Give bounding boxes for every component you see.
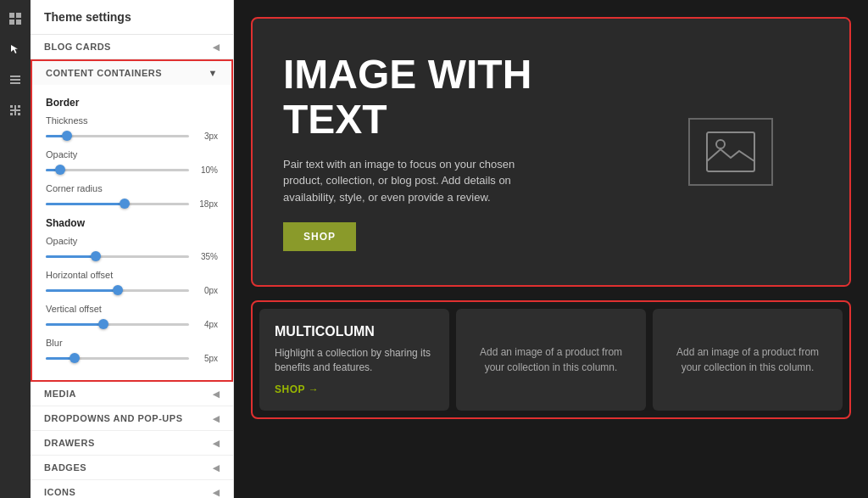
multicolumn-image-card-1: Add an image of a product from your coll… bbox=[456, 309, 646, 411]
thickness-slider[interactable] bbox=[46, 129, 189, 143]
svg-rect-5 bbox=[10, 79, 20, 81]
blur-value: 5px bbox=[194, 354, 218, 363]
svg-point-14 bbox=[716, 140, 725, 148]
dropdowns-label: DROPDOWNS AND POP-UPS bbox=[44, 413, 183, 423]
horizontal-offset-value: 0px bbox=[194, 286, 218, 295]
content-containers-header[interactable]: CONTENT CONTAINERS ▼ bbox=[32, 61, 231, 85]
shop-button[interactable]: SHOP bbox=[283, 222, 356, 251]
thickness-row: Thickness 3px bbox=[46, 115, 218, 143]
card-text-section: IMAGE WITH TEXT Pair text with an image … bbox=[253, 19, 612, 285]
shadow-opacity-row: Opacity 35% bbox=[46, 236, 218, 263]
drawers-chevron: ◀ bbox=[213, 439, 220, 448]
shadow-opacity-slider[interactable] bbox=[46, 249, 189, 263]
shadow-opacity-label: Opacity bbox=[46, 236, 218, 246]
svg-rect-9 bbox=[10, 105, 13, 108]
thickness-label: Thickness bbox=[46, 115, 218, 126]
grid-icon[interactable] bbox=[3, 7, 27, 31]
vertical-offset-label: Vertical offset bbox=[46, 304, 218, 314]
blog-cards-section[interactable]: BLOG CARDS ◀ bbox=[31, 35, 233, 59]
multicolumn-shop-link[interactable]: SHOP → bbox=[275, 383, 434, 395]
vertical-offset-value: 4px bbox=[194, 320, 218, 329]
svg-rect-0 bbox=[9, 13, 14, 18]
icons-section[interactable]: ICONS ◀ bbox=[31, 480, 233, 498]
horizontal-offset-label: Horizontal offset bbox=[46, 270, 218, 280]
icons-chevron: ◀ bbox=[213, 488, 220, 497]
opacity-slider[interactable] bbox=[46, 163, 189, 176]
sidebar-header: Theme settings bbox=[31, 0, 233, 35]
drawers-section[interactable]: DRAWERS ◀ bbox=[31, 431, 233, 456]
image-card-2-text: Add an image of a product from your coll… bbox=[668, 344, 827, 375]
dropdowns-chevron: ◀ bbox=[213, 414, 220, 423]
svg-rect-3 bbox=[16, 20, 21, 25]
content-containers-section: CONTENT CONTAINERS ▼ Border Thickness 3p… bbox=[31, 59, 233, 382]
blur-label: Blur bbox=[46, 338, 218, 348]
media-label: MEDIA bbox=[44, 389, 76, 399]
image-placeholder bbox=[688, 118, 773, 186]
badges-label: BADGES bbox=[44, 462, 86, 473]
badges-section[interactable]: BADGES ◀ bbox=[31, 456, 233, 480]
opacity-value: 10% bbox=[194, 165, 218, 175]
svg-rect-1 bbox=[16, 13, 21, 18]
blur-slider[interactable] bbox=[46, 351, 189, 365]
icons-label: ICONS bbox=[44, 487, 75, 497]
svg-rect-10 bbox=[18, 105, 20, 108]
card-description: Pair text with an image to focus on your… bbox=[283, 156, 520, 206]
image-card-1-text: Add an image of a product from your coll… bbox=[471, 344, 631, 375]
media-chevron: ◀ bbox=[213, 389, 220, 399]
horizontal-offset-row: Horizontal offset 0px bbox=[46, 270, 218, 297]
content-containers-body: Border Thickness 3px Opacity bbox=[32, 85, 231, 380]
media-section[interactable]: MEDIA ◀ bbox=[31, 382, 233, 406]
vertical-offset-slider[interactable] bbox=[46, 317, 189, 331]
svg-rect-8 bbox=[10, 109, 20, 111]
svg-rect-6 bbox=[10, 82, 20, 84]
content-containers-chevron: ▼ bbox=[209, 68, 218, 78]
multicolumn-title: MULTICOLUMN bbox=[275, 324, 434, 339]
svg-rect-4 bbox=[10, 76, 20, 77]
corner-radius-row: Corner radius 18px bbox=[46, 183, 218, 210]
corner-radius-value: 18px bbox=[194, 199, 218, 209]
svg-rect-12 bbox=[18, 113, 20, 115]
image-with-text-card: IMAGE WITH TEXT Pair text with an image … bbox=[251, 17, 851, 287]
horizontal-offset-slider[interactable] bbox=[46, 283, 189, 297]
card-image-section bbox=[612, 19, 849, 285]
blog-cards-label: BLOG CARDS bbox=[44, 42, 111, 52]
svg-rect-2 bbox=[9, 20, 14, 25]
multicolumn-section: MULTICOLUMN Highlight a collection by sh… bbox=[251, 300, 851, 419]
dropdowns-section[interactable]: DROPDOWNS AND POP-UPS ◀ bbox=[31, 406, 233, 431]
vertical-offset-row: Vertical offset 4px bbox=[46, 304, 218, 331]
opacity-label: Opacity bbox=[46, 149, 218, 159]
layers-icon[interactable] bbox=[3, 68, 27, 92]
badges-chevron: ◀ bbox=[213, 463, 220, 473]
svg-rect-13 bbox=[707, 132, 754, 171]
thickness-value: 3px bbox=[194, 131, 218, 141]
drawers-label: DRAWERS bbox=[44, 438, 95, 448]
settings-sidebar: Theme settings BLOG CARDS ◀ CONTENT CONT… bbox=[31, 0, 234, 498]
cursor-icon[interactable] bbox=[3, 37, 27, 61]
corner-radius-slider[interactable] bbox=[46, 197, 189, 210]
blur-row: Blur 5px bbox=[46, 338, 218, 365]
corner-radius-label: Corner radius bbox=[46, 183, 218, 193]
border-section-title: Border bbox=[46, 97, 218, 109]
multicolumn-desc: Highlight a collection by sharing its be… bbox=[275, 346, 434, 375]
svg-rect-11 bbox=[10, 113, 13, 115]
icon-strip bbox=[0, 0, 31, 498]
opacity-row: Opacity 10% bbox=[46, 149, 218, 176]
card-big-title: IMAGE WITH TEXT bbox=[283, 53, 581, 143]
content-containers-label: CONTENT CONTAINERS bbox=[46, 68, 162, 78]
main-preview: IMAGE WITH TEXT Pair text with an image … bbox=[234, 0, 868, 498]
add-icon[interactable] bbox=[3, 98, 27, 122]
multicolumn-image-card-2: Add an image of a product from your coll… bbox=[653, 309, 843, 411]
shadow-opacity-value: 35% bbox=[194, 252, 218, 261]
multicolumn-card: MULTICOLUMN Highlight a collection by sh… bbox=[259, 309, 449, 411]
blog-cards-chevron: ◀ bbox=[213, 42, 220, 52]
shadow-section-title: Shadow bbox=[46, 217, 218, 229]
